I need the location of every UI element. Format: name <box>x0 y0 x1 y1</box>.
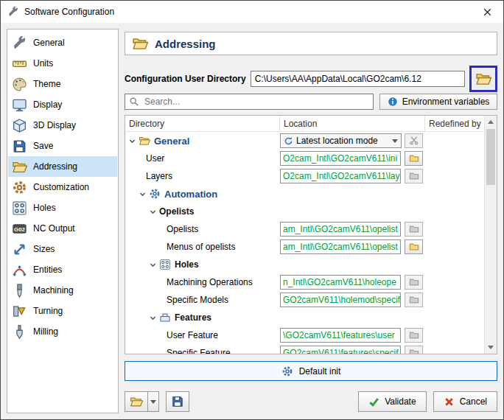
expander-chevron-icon[interactable] <box>149 314 157 322</box>
features-icon <box>159 312 171 323</box>
location-mode-value: Latest location mode <box>296 136 389 146</box>
holes-icon <box>12 200 27 216</box>
sidebar-item-milling[interactable]: Milling <box>8 321 117 342</box>
row-label: User <box>146 153 164 164</box>
browse-location-button[interactable] <box>405 293 423 307</box>
sidebar-item-display[interactable]: Display <box>8 94 117 115</box>
redefined-by-cell <box>425 203 484 220</box>
sidebar-item-label: Holes <box>33 203 56 213</box>
location-field[interactable]: n_Intl\GO2camV611\holeope <box>280 275 401 290</box>
folder-gray-icon <box>409 277 419 287</box>
redefined-by-cell <box>425 220 484 238</box>
table-row-user: UserO2cam_Intl\GO2camV611\ini <box>125 150 484 167</box>
directory-table: Directory Location Redefined by GeneralL… <box>125 115 497 354</box>
scroll-up-button[interactable] <box>485 116 497 128</box>
wrench-icon <box>12 35 27 51</box>
expander-chevron-icon[interactable] <box>139 190 147 198</box>
location-field[interactable]: GO2camV611\holemod\specif <box>280 293 401 307</box>
sizes-icon <box>12 242 27 257</box>
config-directory-row: Configuration User Directory <box>125 66 497 92</box>
column-header-redefined-by[interactable]: Redefined by <box>425 116 484 131</box>
location-field[interactable]: O2cam_Intl\GO2camV611\lay <box>280 169 401 183</box>
folder-gray-icon <box>409 330 419 340</box>
table-rows: GeneralLatest location modeUserO2cam_Int… <box>125 132 484 354</box>
browse-location-button[interactable] <box>405 222 423 237</box>
browse-location-button[interactable] <box>405 239 423 254</box>
sidebar-item-entities[interactable]: Entities <box>8 259 117 280</box>
row-label: Opelists <box>167 224 198 234</box>
browse-location-button[interactable] <box>405 328 423 343</box>
table-row-menus-of-opelists: Menus of opelistsam_Intl\GO2camV611\opel… <box>125 238 484 256</box>
row-label: Layers <box>146 171 172 181</box>
table-row-specific-models: Specific ModelsGO2camV611\holemod\specif <box>125 291 484 309</box>
sidebar-item-addressing[interactable]: Addressing <box>8 156 117 177</box>
sidebar-item-general[interactable]: General <box>8 32 117 53</box>
save-button[interactable] <box>166 391 189 412</box>
column-header-location[interactable]: Location <box>280 116 425 131</box>
redefined-by-cell <box>425 273 484 291</box>
table-content: Directory Location Redefined by GeneralL… <box>125 116 484 354</box>
browse-location-button[interactable] <box>405 151 423 166</box>
sidebar-item-nc-output[interactable]: NC Output <box>8 218 117 239</box>
table-scrollbar[interactable] <box>484 116 497 354</box>
sidebar-item-label: Entities <box>33 265 62 275</box>
row-label: Specific Models <box>167 295 228 305</box>
sidebar-item-label: Addressing <box>33 161 77 172</box>
table-row-general: GeneralLatest location mode <box>125 132 484 150</box>
browse-config-directory-button[interactable] <box>469 66 497 92</box>
save-icon <box>171 395 184 408</box>
location-field[interactable]: \GO2camV611\features\user <box>280 328 401 343</box>
page-title: Addressing <box>155 38 216 50</box>
sidebar-item-label: General <box>33 38 65 48</box>
location-field[interactable]: am_Intl\GO2camV611\opelist <box>280 222 401 237</box>
sidebar-item-units[interactable]: Units <box>8 53 117 74</box>
browse-location-button[interactable] <box>405 346 423 354</box>
expander-chevron-icon[interactable] <box>128 137 136 145</box>
sidebar-item-label: NC Output <box>33 223 75 234</box>
config-directory-input[interactable] <box>251 71 465 87</box>
sidebar-item-theme[interactable]: Theme <box>8 74 117 94</box>
table-row-opelists: Opelistsam_Intl\GO2camV611\opelist <box>125 220 484 238</box>
sidebar-item-machining[interactable]: Machining <box>8 280 117 301</box>
search-box[interactable] <box>125 94 374 110</box>
scroll-thumb[interactable] <box>486 129 495 185</box>
folder-gray-icon <box>409 295 419 305</box>
environment-variables-label: Environment variables <box>402 97 490 107</box>
browse-location-button[interactable] <box>405 275 423 290</box>
validate-label: Validate <box>385 396 416 407</box>
unlink-location-button[interactable] <box>405 133 423 148</box>
validate-button[interactable]: Validate <box>358 391 426 412</box>
sidebar-item-sizes[interactable]: Sizes <box>8 239 117 259</box>
row-label: Specific Feature <box>167 348 231 354</box>
sidebar-item-holes[interactable]: Holes <box>8 197 117 218</box>
column-header-directory[interactable]: Directory <box>125 116 280 131</box>
table-row-automation: Automation <box>125 185 484 203</box>
cancel-button[interactable]: Cancel <box>433 391 497 412</box>
expander-chevron-icon[interactable] <box>149 261 157 269</box>
location-field[interactable]: am_Intl\GO2camV611\opelist <box>280 239 401 254</box>
info-icon <box>388 97 398 107</box>
sidebar-item-3d-display[interactable]: 3D Display <box>8 115 117 136</box>
default-init-label: Default init <box>299 366 341 377</box>
sidebar-item-turning[interactable]: Turning <box>8 301 117 321</box>
sidebar-item-save[interactable]: Save <box>8 136 117 156</box>
browse-location-button[interactable] <box>405 169 423 183</box>
close-icon <box>483 7 492 17</box>
search-input[interactable] <box>143 96 369 108</box>
scroll-down-button[interactable] <box>485 341 497 354</box>
table-row-holes: Holes <box>125 256 484 273</box>
default-init-button[interactable]: Default init <box>125 361 497 381</box>
machining-icon <box>12 283 27 298</box>
expander-chevron-icon[interactable] <box>149 208 157 216</box>
refresh-icon <box>284 136 293 146</box>
open-folder-menu-arrow[interactable] <box>148 391 159 412</box>
location-field[interactable]: O2cam_Intl\GO2camV611\ini <box>280 151 401 166</box>
row-label: User Feature <box>167 330 218 340</box>
sidebar-item-customization[interactable]: Customization <box>8 177 117 197</box>
open-folder-button[interactable] <box>125 391 148 412</box>
location-mode-select[interactable]: Latest location mode <box>280 133 402 148</box>
location-field[interactable]: GO2camV611\features\specif <box>280 346 401 354</box>
redefined-by-cell <box>425 326 484 344</box>
environment-variables-button[interactable]: Environment variables <box>379 94 497 110</box>
close-button[interactable] <box>471 1 503 23</box>
